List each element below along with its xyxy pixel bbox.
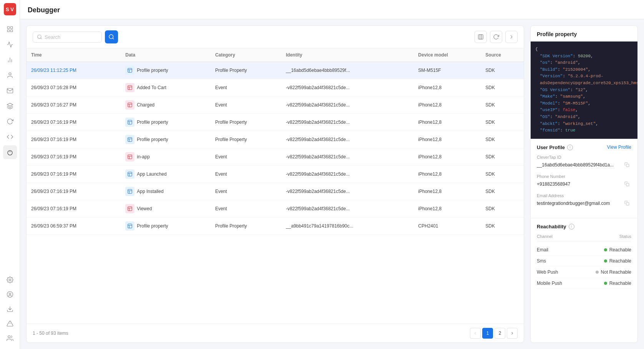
cell-time: 26/09/23 07:16:28 PM	[27, 79, 121, 96]
table-row[interactable]: 26/09/23 07:16:19 PM in-app Event -v822f…	[27, 148, 524, 166]
svg-rect-22	[478, 35, 483, 39]
copy-email-button[interactable]	[622, 199, 631, 208]
phone-field: Phone Number +918823568947	[537, 174, 631, 189]
cell-identity: -v822f599ab2ad4f36821c5de...	[281, 96, 413, 114]
table-row[interactable]: 26/09/23 07:16:27 PM Charged Event -v822…	[27, 96, 524, 114]
email-label: Email Address	[537, 193, 631, 198]
view-profile-button[interactable]: View Profile	[607, 145, 631, 150]
cell-data: Viewed	[121, 200, 211, 218]
cell-time: 26/09/23 07:16:19 PM	[27, 200, 121, 218]
copy-clevertap-id-button[interactable]	[622, 160, 631, 170]
sidebar-item-users[interactable]	[3, 68, 17, 82]
refresh-button[interactable]	[490, 31, 502, 43]
cell-source: SDK	[481, 79, 524, 96]
next-page-button[interactable]	[507, 328, 518, 339]
email-row: testintegrationdrbugger@gmail.com	[537, 199, 631, 208]
event-name: in-app	[137, 154, 149, 160]
cell-source: SDK	[481, 166, 524, 183]
table-row[interactable]: 26/09/23 07:16:28 PM Added To Cart Event…	[27, 79, 524, 96]
sidebar-item-chart[interactable]	[3, 53, 17, 67]
event-type-icon	[125, 100, 134, 110]
page-2-button[interactable]: 2	[495, 328, 505, 339]
svg-rect-25	[128, 68, 132, 73]
sidebar-item-debug[interactable]	[3, 145, 17, 159]
event-name: Profile property	[137, 68, 168, 73]
cell-data: in-app	[121, 148, 211, 166]
col-data: Data	[121, 48, 211, 62]
sidebar-item-activity[interactable]	[3, 38, 17, 52]
table-row[interactable]: 26/09/23 06:59:37 PM Profile property Pr…	[27, 218, 524, 235]
cell-category: Profile Property	[211, 62, 281, 79]
col-source: Source	[481, 48, 524, 62]
col-identity: Identity	[281, 48, 413, 62]
pagination: 1 - 50 of 93 items 1 2	[27, 324, 524, 342]
sidebar-item-grid[interactable]	[3, 22, 17, 36]
svg-rect-40	[128, 155, 132, 159]
table-row[interactable]: 26/09/23 07:16:19 PM App Launched Event …	[27, 166, 524, 183]
sidebar-item-mail[interactable]	[3, 84, 17, 98]
reach-status: Reachable	[604, 247, 631, 253]
sidebar-item-settings[interactable]	[3, 273, 17, 287]
table-row[interactable]: 26/09/23 07:16:19 PM Profile property Pr…	[27, 114, 524, 131]
expand-button[interactable]	[505, 31, 518, 43]
event-type-icon	[125, 135, 134, 144]
table-row[interactable]: 26/09/23 07:16:19 PM Profile property Pr…	[27, 131, 524, 148]
svg-rect-28	[128, 86, 132, 90]
table-container: Time Data Category Identity Device model…	[27, 48, 524, 324]
col-time: Time	[27, 48, 121, 62]
sidebar-item-layers[interactable]	[3, 99, 17, 113]
sidebar-item-code[interactable]	[3, 130, 17, 144]
page-1-button[interactable]: 1	[482, 328, 493, 339]
search-submit-icon	[108, 34, 115, 40]
main-content: Debugger	[20, 0, 644, 349]
reachability-info-icon[interactable]: i	[569, 224, 574, 229]
cell-time: 26/09/23 07:16:19 PM	[27, 183, 121, 200]
cell-identity: -v822f599ab2ad4f36821c5de...	[281, 166, 413, 183]
reach-status-dot	[604, 259, 607, 263]
event-type-icon	[125, 170, 134, 179]
svg-rect-57	[626, 203, 629, 205]
svg-rect-55	[626, 164, 629, 167]
cell-data: Profile property	[121, 218, 211, 235]
event-name: App Launched	[137, 171, 166, 177]
columns-toggle-button[interactable]	[475, 31, 487, 43]
cell-identity: -v822f599ab2ad4f36821c5de...	[281, 183, 413, 200]
table-row[interactable]: 26/09/23 07:16:19 PM App Installed Event…	[27, 183, 524, 200]
sidebar-item-alert[interactable]	[3, 317, 17, 331]
svg-line-19	[41, 38, 42, 39]
search-input[interactable]	[45, 34, 98, 40]
table-row[interactable]: 26/09/23 07:16:19 PM Viewed Event -v822f…	[27, 200, 524, 218]
search-button[interactable]	[105, 30, 118, 43]
cell-category: Event	[211, 79, 281, 96]
table-row[interactable]: 26/09/23 11:12:25 PM Profile property Pr…	[27, 62, 524, 79]
sidebar: S V	[0, 0, 20, 349]
right-panel: Profile property {"SDK Version": 50200,"…	[530, 25, 638, 343]
cell-identity: -v822f599ab2ad4f36821c5de...	[281, 114, 413, 131]
sidebar-item-refresh[interactable]	[3, 115, 17, 128]
sidebar-item-download[interactable]	[3, 302, 17, 316]
cell-time: 26/09/23 07:16:19 PM	[27, 131, 121, 148]
cell-device: iPhone12,8	[413, 114, 481, 131]
sidebar-item-user-circle[interactable]	[3, 288, 17, 301]
cell-time: 26/09/23 11:12:25 PM	[27, 62, 121, 79]
user-profile-title-row: User Profile i	[537, 145, 573, 150]
reach-status-dot	[604, 248, 607, 251]
copy-phone-button[interactable]	[622, 179, 631, 189]
table-panel: Time Data Category Identity Device model…	[26, 25, 524, 343]
event-name: App Installed	[137, 189, 163, 194]
pagination-info: 1 - 50 of 93 items	[33, 331, 68, 336]
user-profile-header: User Profile i View Profile	[537, 145, 631, 150]
cell-device: iPhone12,8	[413, 183, 481, 200]
cell-category: Event	[211, 200, 281, 218]
svg-rect-0	[7, 27, 9, 28]
prev-page-button[interactable]	[470, 328, 481, 339]
user-profile-label: User Profile	[537, 145, 565, 150]
user-profile-info-icon[interactable]: i	[567, 145, 573, 150]
reach-status: Not Reachable	[596, 269, 631, 275]
cell-time: 26/09/23 07:16:27 PM	[27, 96, 121, 114]
app-logo: S V	[4, 3, 16, 15]
sidebar-item-users2[interactable]	[3, 331, 17, 345]
email-value: testintegrationdrbugger@gmail.com	[537, 201, 610, 206]
cell-source: SDK	[481, 183, 524, 200]
reach-channel-name: Email	[537, 247, 548, 253]
